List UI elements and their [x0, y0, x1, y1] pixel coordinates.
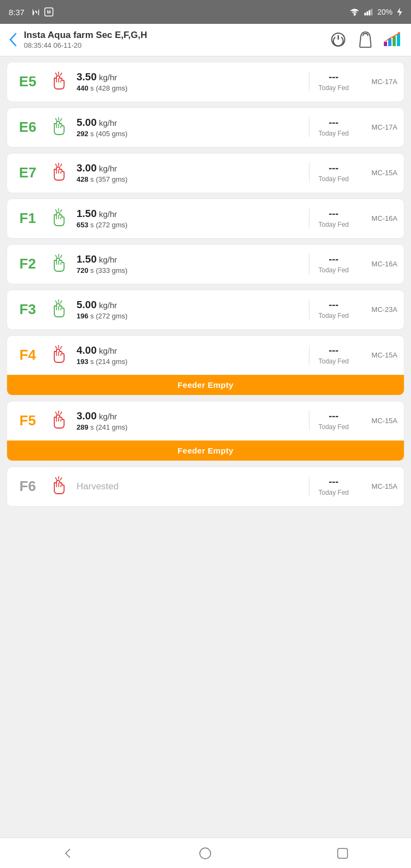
header-title: Insta Aqua farm Sec E,F,G,H 08:35:44 06-… — [24, 29, 147, 50]
nav-recent-button[interactable] — [329, 840, 356, 867]
status-app-icons: M — [31, 7, 54, 17]
chart-button[interactable] — [383, 30, 402, 49]
fed-label: Today Fed — [315, 175, 352, 183]
hand-icon — [47, 298, 69, 321]
feed-rate: 1.50 kg/hr — [77, 208, 305, 220]
hand-icon — [47, 475, 69, 498]
status-bar: 8:37 M 20% — [0, 0, 411, 24]
nav-back-button[interactable] — [55, 840, 82, 867]
svg-line-51 — [55, 346, 57, 349]
feed-detail: 440 s (428 gms) — [77, 84, 305, 92]
back-button[interactable] — [9, 33, 17, 47]
fed-dash: --- — [315, 476, 352, 488]
svg-rect-3 — [364, 13, 366, 16]
fed-label: Today Fed — [315, 221, 352, 228]
farm-card-e6[interactable]: E6 5.00 kg/hr 292 s (405 gms) --- Today … — [7, 107, 404, 148]
feed-detail: 289 s (241 gms) — [77, 423, 305, 431]
status-right-icons: 20% — [349, 8, 402, 16]
fed-dash: --- — [315, 411, 352, 422]
farm-card-e5[interactable]: E5 3.50 kg/hr 440 s (428 gms) --- Today … — [7, 62, 404, 102]
feeder-empty-banner: Feeder Empty — [7, 375, 404, 395]
fed-dash: --- — [315, 299, 352, 311]
svg-line-56 — [60, 412, 62, 414]
svg-line-44 — [60, 301, 62, 303]
fed-dash: --- — [315, 72, 352, 83]
svg-line-45 — [55, 301, 57, 303]
section-label-f6: F6 — [14, 478, 42, 495]
feed-info: 5.00 kg/hr 196 s (272 gms) — [74, 299, 305, 320]
svg-line-39 — [55, 255, 57, 258]
mc-label: MC-15A — [362, 169, 397, 177]
svg-line-50 — [60, 346, 62, 349]
hand-icon-wrap — [46, 409, 70, 433]
hand-icon-wrap — [46, 252, 70, 276]
power-button[interactable] — [328, 30, 348, 49]
today-fed: --- Today Fed — [309, 411, 358, 431]
nav-home-button[interactable] — [192, 840, 219, 867]
farm-card-f5[interactable]: F5 3.00 kg/hr 289 s (241 gms) --- Today … — [7, 401, 404, 461]
farm-card-f1[interactable]: F1 1.50 kg/hr 653 s (272 gms) --- Today … — [7, 199, 404, 239]
card-main-e6: E6 5.00 kg/hr 292 s (405 gms) --- Today … — [7, 108, 404, 147]
feed-rate: 4.00 kg/hr — [77, 344, 305, 356]
feed-detail: 653 s (272 gms) — [77, 221, 305, 229]
today-fed: --- Today Fed — [309, 254, 358, 274]
farm-card-f4[interactable]: F4 4.00 kg/hr 193 s (214 gms) --- Today … — [7, 335, 404, 395]
signal-icon — [364, 8, 373, 16]
section-label-f5: F5 — [14, 412, 42, 429]
svg-rect-8 — [384, 42, 387, 46]
feed-detail: 196 s (272 gms) — [77, 312, 305, 320]
bag-icon — [357, 31, 374, 48]
svg-line-63 — [55, 477, 57, 480]
today-fed: --- Today Fed — [309, 72, 358, 92]
svg-line-15 — [55, 73, 57, 75]
svg-rect-6 — [371, 9, 372, 15]
card-main-e7: E7 3.00 kg/hr 428 s (357 gms) --- Today … — [7, 154, 404, 193]
svg-rect-4 — [366, 11, 368, 15]
mc-label: MC-16A — [362, 214, 397, 222]
farm-card-f3[interactable]: F3 5.00 kg/hr 196 s (272 gms) --- Today … — [7, 290, 404, 330]
hand-icon — [47, 410, 69, 432]
nav-back-icon — [62, 847, 75, 860]
feed-info: Harvested — [74, 481, 305, 492]
hand-icon-wrap — [46, 116, 70, 139]
farm-card-f6[interactable]: F6 Harvested --- Today Fed MC-15A — [7, 467, 404, 507]
svg-rect-11 — [397, 34, 400, 46]
svg-line-14 — [60, 73, 62, 75]
today-fed: --- Today Fed — [309, 117, 358, 137]
hand-icon — [47, 162, 69, 184]
svg-text:M: M — [47, 10, 51, 15]
svg-rect-5 — [369, 10, 370, 16]
card-main-f4: F4 4.00 kg/hr 193 s (214 gms) --- Today … — [7, 336, 404, 375]
section-label-f1: F1 — [14, 210, 42, 227]
card-main-f3: F3 5.00 kg/hr 196 s (272 gms) --- Today … — [7, 290, 404, 329]
battery-percent: 20% — [377, 8, 393, 16]
farm-card-e7[interactable]: E7 3.00 kg/hr 428 s (357 gms) --- Today … — [7, 153, 404, 193]
card-main-f5: F5 3.00 kg/hr 289 s (241 gms) --- Today … — [7, 401, 404, 441]
today-fed: --- Today Fed — [309, 208, 358, 228]
section-label-f4: F4 — [14, 347, 42, 363]
feed-detail: 292 s (405 gms) — [77, 130, 305, 138]
bag-button[interactable] — [356, 30, 375, 49]
section-label-e6: E6 — [14, 119, 42, 136]
hand-icon-wrap — [46, 207, 70, 231]
card-main-f6: F6 Harvested --- Today Fed MC-15A — [7, 467, 404, 506]
mc-label: MC-23A — [362, 305, 397, 314]
feed-info: 1.50 kg/hr 653 s (272 gms) — [74, 208, 305, 229]
svg-line-38 — [60, 255, 62, 258]
svg-line-62 — [60, 477, 62, 480]
hand-icon — [47, 71, 69, 93]
feed-info: 4.00 kg/hr 193 s (214 gms) — [74, 344, 305, 366]
feed-info: 3.00 kg/hr 428 s (357 gms) — [74, 162, 305, 183]
feed-info: 3.00 kg/hr 289 s (241 gms) — [74, 410, 305, 431]
content-area: E5 3.50 kg/hr 440 s (428 gms) --- Today … — [0, 56, 411, 838]
farm-card-f2[interactable]: F2 1.50 kg/hr 720 s (333 gms) --- Today … — [7, 244, 404, 284]
feed-info: 1.50 kg/hr 720 s (333 gms) — [74, 253, 305, 275]
mc-label: MC-17A — [362, 123, 397, 131]
svg-line-20 — [60, 118, 62, 121]
feeder-empty-banner: Feeder Empty — [7, 441, 404, 461]
mc-label: MC-15A — [362, 351, 397, 359]
power-icon — [330, 31, 346, 48]
mc-label: MC-15A — [362, 482, 397, 490]
chart-icon — [383, 32, 402, 47]
status-time: 8:37 — [9, 8, 24, 17]
